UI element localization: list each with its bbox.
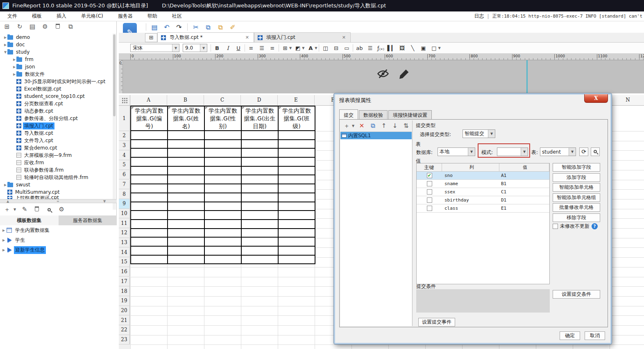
set-event-button[interactable]: 设置提交事件 [418, 318, 455, 326]
close-button[interactable]: X [584, 94, 608, 103]
tree-expander-icon[interactable]: ▶ [12, 73, 16, 76]
pane-freeze-line[interactable] [526, 60, 528, 93]
tree-item[interactable]: 参数传递、分段分组.cpt [0, 115, 113, 122]
table-combo[interactable]: student ▼ [540, 147, 576, 156]
sheet-cell[interactable] [242, 193, 279, 202]
sheet-cell[interactable] [131, 175, 168, 184]
sheet-cell[interactable] [242, 184, 279, 193]
formula-button[interactable]: ƒ₍ₓ₎ [376, 45, 385, 51]
cancel-button[interactable]: 取消 [585, 331, 605, 340]
sheet-cell[interactable] [205, 167, 242, 176]
dataset-tab[interactable]: 服务器数据集 [59, 215, 117, 225]
dataset-item[interactable]: ▶学生内置数据集 [0, 225, 117, 235]
dataset-item[interactable]: ▶迎新学生信息 [0, 245, 117, 255]
format-painter-button[interactable]: ✐ [229, 23, 237, 31]
sheet-cell[interactable] [242, 131, 279, 140]
primary-key-checkbox[interactable] [427, 181, 432, 186]
ok-button[interactable]: 确定 [560, 331, 580, 340]
chart-insert-button[interactable]: ▌▎ [387, 45, 396, 51]
font-color-button[interactable]: A [306, 45, 315, 51]
sheet-cell[interactable] [131, 184, 168, 193]
tree-item[interactable]: 大屏模板示例—9.frm [0, 152, 113, 159]
field-button[interactable]: 智能添加字段 [553, 163, 600, 172]
underline-button[interactable]: U [234, 45, 243, 51]
redo-button[interactable]: ↷ [175, 23, 183, 31]
sheet-cell[interactable] [168, 149, 205, 158]
sheet-cell[interactable] [279, 256, 315, 265]
primary-key-checkbox[interactable]: ✔ [427, 173, 432, 178]
sheet-cell[interactable]: 学生内置数据集.G(姓名) [168, 107, 205, 131]
sheet-cell[interactable] [279, 220, 315, 229]
tree-item[interactable]: 动态参数.cpt [0, 107, 113, 115]
sheet-cell[interactable] [131, 149, 168, 158]
sheet-cell[interactable] [205, 149, 242, 158]
sheet-cell[interactable] [205, 220, 242, 229]
close-tab-icon[interactable]: ✕ [341, 35, 347, 40]
select-all-corner[interactable] [119, 95, 130, 106]
widget-insert-button[interactable]: ▣ [419, 45, 428, 51]
submit-list-item[interactable]: 内置SQL1 [340, 132, 412, 139]
dataset-item[interactable]: ▶学生 [0, 235, 117, 245]
sheet-cell[interactable] [242, 256, 279, 265]
tree-expander-icon[interactable]: ▶ [3, 183, 7, 187]
sheet-cell[interactable]: 学生内置数据集.G(编号) [131, 107, 168, 131]
sheet-cell[interactable] [168, 238, 205, 247]
splitter-up-icon[interactable]: ▲ [7, 199, 9, 203]
no-update-checkbox[interactable] [553, 224, 558, 229]
sheet-cell[interactable] [242, 175, 279, 184]
sheet-cell[interactable] [279, 131, 315, 140]
sheet-cell[interactable] [205, 175, 242, 184]
row-header[interactable]: 2 [119, 131, 130, 141]
delete-icon[interactable]: ✕ [358, 122, 365, 129]
hide-eye-icon[interactable] [376, 68, 390, 80]
sheet-cell[interactable] [168, 167, 205, 176]
menu-item[interactable]: 模板 [25, 11, 49, 21]
row-header[interactable]: 14 [119, 247, 130, 257]
row-header[interactable]: 9 [119, 199, 130, 209]
field-button[interactable]: 添加字段 [553, 173, 600, 182]
sheet-cell[interactable] [168, 256, 205, 265]
sheet-cell[interactable] [242, 211, 279, 220]
tree-item[interactable]: MultiSummary.cpt [0, 188, 113, 196]
sheet-cell[interactable] [279, 149, 315, 158]
panel-splitter[interactable]: ▲ ≡ ▼ [0, 199, 117, 203]
preview-dataset-icon[interactable] [45, 206, 53, 213]
copy-icon[interactable]: ⧉ [67, 23, 74, 30]
value-table-row[interactable]: ✔snoA1 [417, 172, 549, 180]
data-connection-icon[interactable]: ⚙ [58, 206, 65, 213]
value-table-row[interactable]: ssexC1 [417, 188, 549, 196]
row-header[interactable]: 17 [119, 277, 130, 287]
sheet-cell[interactable] [205, 211, 242, 220]
sheet-cell[interactable] [131, 202, 168, 211]
close-tab-icon[interactable]: ✕ [244, 35, 250, 40]
fill-color-button[interactable]: ◩ [293, 45, 302, 51]
sheet-cell[interactable] [168, 211, 205, 220]
undo-button[interactable]: ↶ [163, 23, 171, 31]
row-header[interactable]: 5 [119, 160, 130, 170]
edit-pencil-icon[interactable] [399, 68, 410, 80]
align-left-button[interactable]: ≡ [247, 45, 256, 51]
menu-item[interactable]: 社区 [165, 11, 189, 21]
cut-button[interactable]: ✂ [192, 23, 200, 31]
merge-cells-button[interactable]: ◫ [321, 45, 330, 51]
sheet-cell[interactable] [168, 184, 205, 193]
tree-item[interactable]: ▶数据文件 [0, 70, 113, 78]
sheet-cell[interactable] [279, 202, 315, 211]
sheet-cell[interactable] [131, 211, 168, 220]
row-header[interactable]: 8 [119, 189, 130, 199]
sheet-cell[interactable] [205, 229, 242, 238]
sheet-cell[interactable] [279, 167, 315, 176]
row-header[interactable]: 4 [119, 150, 130, 160]
menu-item[interactable]: 单元格(C) [74, 11, 111, 21]
column-header[interactable]: C [204, 95, 241, 105]
row-header[interactable]: 16 [119, 267, 130, 277]
delete-dataset-icon[interactable] [33, 206, 41, 213]
sheet-cell[interactable] [131, 131, 168, 140]
row-header[interactable]: 22 [119, 325, 130, 335]
column-header[interactable]: D [241, 95, 278, 105]
field-button[interactable]: 批量修改单元格 [553, 203, 600, 212]
sheet-cell[interactable] [205, 158, 242, 167]
menu-item[interactable]: 服务器 [111, 11, 140, 21]
field-button[interactable]: 智能添加单元格组 [553, 193, 600, 202]
tree-expander-icon[interactable]: ▶ [3, 36, 7, 39]
